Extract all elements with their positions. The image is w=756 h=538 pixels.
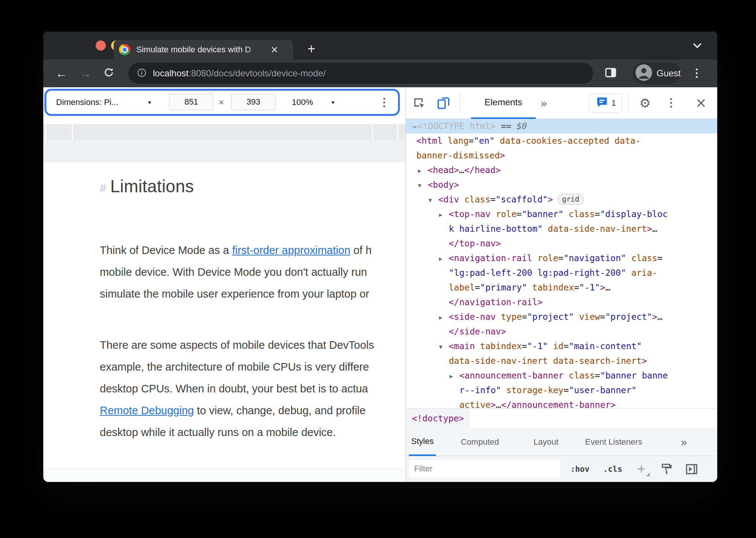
dom-tree-row[interactable]: data-side-nav-inert data-search-inert>	[406, 354, 717, 368]
reload-icon[interactable]	[103, 67, 115, 81]
toggle-device-toolbar-icon[interactable]	[436, 96, 451, 111]
dom-tree-row[interactable]: ▶<navigation-rail role="navigation" clas…	[406, 251, 717, 266]
site-info-icon[interactable]	[137, 68, 147, 79]
dom-tree-row[interactable]: active>…</announcement-banner>	[406, 398, 717, 408]
console-messages-badge[interactable]: 1	[589, 94, 622, 112]
dom-token-tag: <main	[449, 341, 475, 351]
inspect-element-icon[interactable]	[412, 96, 426, 110]
breadcrumb-doctype[interactable]: <!doctype>	[406, 409, 470, 428]
tab-layout[interactable]: Layout	[533, 428, 558, 456]
browser-tab[interactable]: Simulate mobile devices with D	[114, 40, 293, 59]
paragraph: There are some aspects of mobile devices…	[100, 334, 374, 443]
dom-token-val: "display-bloc	[600, 209, 668, 219]
tab-search-chevron-icon[interactable]	[690, 38, 704, 54]
dom-token-tag: >	[600, 283, 605, 292]
address-bar[interactable]: localhost:8080/docs/devtools/device-mode…	[128, 63, 593, 84]
dom-tree-row[interactable]: ▶<announcement-banner class="banner bann…	[406, 368, 717, 383]
devtools-menu-icon[interactable]	[670, 98, 672, 108]
expand-arrow-icon[interactable]: ▶	[450, 369, 459, 384]
tab-elements[interactable]: Elements	[471, 87, 536, 119]
tab-computed[interactable]: Computed	[461, 428, 499, 456]
dom-token-attr: tabindex	[480, 341, 522, 351]
side-panel-icon[interactable]	[604, 66, 617, 81]
dom-tree-row[interactable]: </navigation-rail>	[406, 295, 717, 310]
more-style-tabs-icon[interactable]: »	[681, 436, 687, 448]
dom-tree-row[interactable]: "lg:pad-left-200 lg:pad-right-200" aria-	[406, 266, 717, 280]
dom-tree-row[interactable]: ▼<main tabindex="-1" id="main-content"	[406, 339, 717, 354]
chrome-favicon-icon	[119, 44, 130, 55]
paragraph-line: Think of Device Mode as a first-order ap…	[100, 239, 372, 261]
new-tab-button[interactable]: +	[302, 40, 320, 58]
toggle-class-button[interactable]: .cls	[603, 465, 622, 474]
dom-tree-row[interactable]: label="primary" tabindex="-1">…	[406, 280, 717, 295]
dom-token-tag: <body>	[428, 180, 459, 190]
dom-tree-row[interactable]: ▶<top-nav role="banner" class="display-b…	[406, 207, 717, 222]
zoom-caret-icon[interactable]: ▼	[331, 100, 335, 105]
forward-icon[interactable]: →	[79, 67, 91, 79]
heading-anchor-hash[interactable]: #	[100, 181, 107, 195]
close-window-button[interactable]	[96, 41, 106, 51]
toggle-sidebar-icon[interactable]	[684, 462, 699, 476]
settings-gear-icon[interactable]: ⚙	[639, 96, 651, 111]
text-link[interactable]: Remote Debugging	[100, 404, 194, 416]
dom-token-badge: grid	[558, 194, 584, 205]
url-host: localhost	[153, 68, 189, 79]
dom-tree-row[interactable]: k hairline-bottom" data-side-nav-inert>…	[406, 222, 717, 236]
collapse-arrow-icon[interactable]: ▼	[428, 193, 438, 208]
page-title: Limitations	[110, 176, 194, 196]
new-style-rule-button[interactable]: +	[637, 461, 645, 477]
tab-event-listeners[interactable]: Event Listeners	[585, 428, 642, 456]
device-toolbar-menu-icon[interactable]	[383, 98, 385, 107]
dom-token-attr: data-side-nav-inert	[449, 356, 548, 366]
paint-roller-icon[interactable]	[660, 462, 674, 476]
viewport-width-input[interactable]	[169, 94, 213, 110]
dom-token-val: "-1"	[579, 283, 600, 292]
close-devtools-icon[interactable]	[695, 97, 707, 109]
paragraph-line: simulate the mobile user experience from…	[100, 283, 372, 305]
dom-tree-row[interactable]: ▶<side-nav type="project" view="project"…	[406, 310, 717, 324]
dom-tree-row[interactable]: ⋯<!DOCTYPE html> == $0	[406, 119, 717, 134]
dom-token-val: r--info"	[459, 385, 501, 395]
dom-token-doctype: <!DOCTYPE html>	[418, 121, 496, 131]
toggle-hover-state-button[interactable]: :hov	[570, 465, 590, 474]
dom-tree-row[interactable]: r--info" storage-key="user-banner"	[406, 383, 717, 398]
collapse-arrow-icon[interactable]: ▼	[439, 340, 449, 354]
dom-tree-row[interactable]: ▼<div class="scaffold">grid	[406, 192, 717, 207]
dom-tree-row[interactable]: ▼<body>	[406, 178, 717, 192]
expand-arrow-icon[interactable]: ▶	[439, 208, 449, 222]
expand-arrow-icon[interactable]: ▶	[439, 252, 449, 266]
dom-tree-row[interactable]: banner-dismissed>	[406, 148, 717, 163]
profile-button[interactable]: Guest	[633, 62, 681, 84]
ruler-tick	[45, 124, 46, 140]
dom-token-val: "banner"	[522, 209, 564, 219]
dom-token-val: "en"	[474, 136, 494, 146]
dom-tree-row[interactable]: </top-nav>	[406, 236, 717, 251]
dom-token-attr: data-	[614, 136, 640, 146]
text-segment: to view, change, debug, and profile	[194, 404, 366, 416]
viewport-height-input[interactable]	[231, 94, 276, 110]
profile-name: Guest	[657, 68, 681, 79]
text-link[interactable]: first-order approximation	[232, 244, 350, 256]
dom-token-val: "user-banner"	[569, 385, 637, 395]
browser-menu-icon[interactable]	[696, 68, 698, 78]
dom-token-attr: id	[553, 341, 564, 351]
device-ruler	[43, 124, 405, 140]
dom-token-def: =	[522, 341, 527, 351]
more-panels-icon[interactable]: »	[541, 97, 547, 109]
styles-filter-input[interactable]	[409, 460, 560, 477]
dom-tree-row[interactable]: ▶<head>…</head>	[406, 163, 717, 178]
dom-token-def: =	[574, 283, 579, 292]
tab-styles[interactable]: Styles	[409, 428, 436, 456]
expand-arrow-icon[interactable]: ▶	[439, 310, 449, 325]
dom-tree-row[interactable]: </side-nav>	[406, 324, 717, 339]
back-icon[interactable]: ←	[55, 67, 67, 79]
zoom-dropdown[interactable]: 100%	[292, 97, 313, 107]
dimensions-caret-icon[interactable]: ▼	[147, 100, 152, 105]
dom-tree-row[interactable]: <html lang="en" data-cookies-accepted da…	[406, 134, 717, 148]
ruler-tick	[397, 124, 398, 140]
dimensions-dropdown[interactable]: Dimensions: Pi...	[56, 97, 118, 107]
collapse-arrow-icon[interactable]: ▼	[418, 178, 428, 193]
expand-arrow-icon[interactable]: ▶	[418, 164, 428, 178]
below-viewport-band	[43, 469, 405, 482]
toolbar-divider	[628, 93, 629, 113]
